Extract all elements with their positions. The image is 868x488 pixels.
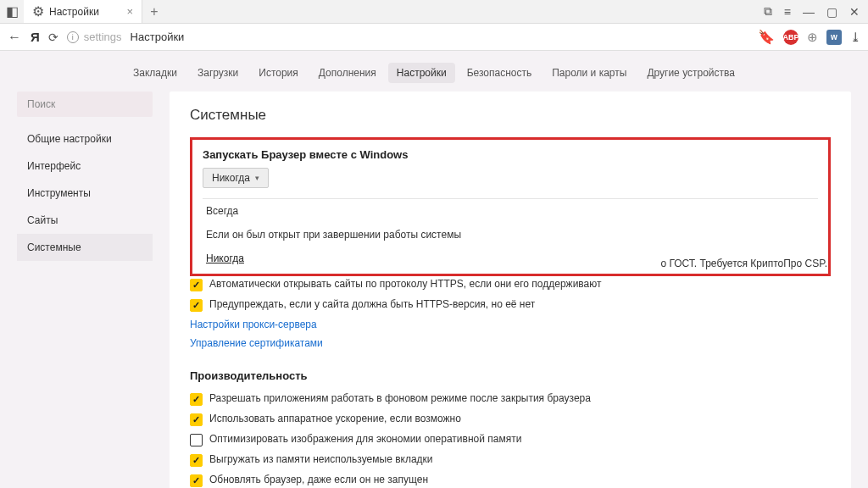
dropdown-option[interactable]: Всегда [203,199,818,223]
close-icon[interactable]: × [126,5,133,18]
dropdown-option[interactable]: Никогда [203,247,818,270]
checkbox-label: Предупреждать, если у сайта должна быть … [209,298,535,310]
download-icon[interactable]: ⤓ [850,30,861,45]
checkbox-label: Оптимизировать изображения для экономии … [209,433,521,445]
reload-button[interactable]: ⟳ [48,30,58,44]
menu-icon[interactable]: ≡ [784,5,791,19]
gear-icon: ⚙ [32,3,44,19]
checkbox[interactable] [190,279,203,291]
tab-downloads[interactable]: Загрузки [189,63,247,83]
checkbox[interactable] [190,454,203,467]
new-tab-button[interactable]: + [142,4,166,19]
copy-icon[interactable]: ⧉ [764,4,772,19]
checkbox[interactable] [190,434,203,446]
address-field[interactable]: i settings Настройки [67,30,749,43]
vk-icon[interactable]: w [826,30,842,45]
sidebar-item-tools[interactable]: Инструменты [17,180,153,207]
tab-title: Настройки [49,6,114,18]
tab-other-devices[interactable]: Другие устройства [638,63,743,83]
checkbox-row: Предупреждать, если у сайта должна быть … [190,295,831,315]
adblock-icon[interactable]: ABP [783,30,798,45]
address-path: settings [84,30,122,43]
checkbox-label: Обновлять браузер, даже если он не запущ… [209,474,428,485]
tab-history[interactable]: История [250,63,307,83]
search-input[interactable]: Поиск [17,92,153,117]
checkbox-row: Обновлять браузер, даже если он не запущ… [190,470,831,488]
checkbox[interactable] [190,413,203,426]
startup-block: Запускать Браузер вместе с Windows Никог… [190,137,831,276]
checkbox-row: Использовать аппаратное ускорение, если … [190,409,831,430]
tab-bookmarks[interactable]: Закладки [125,63,186,83]
maximize-button[interactable]: ▢ [826,5,837,19]
globe-icon[interactable]: ⊕ [807,30,818,45]
checkbox-row: Разрешать приложениям работать в фоновом… [190,389,831,409]
dropdown-list: Всегда Если он был открыт при завершении… [203,198,818,270]
checkbox[interactable] [190,299,203,312]
checkbox-label: Разрешать приложениям работать в фоновом… [209,392,591,404]
performance-heading: Производительность [190,369,831,382]
startup-dropdown[interactable]: Никогда ▾ [203,168,269,188]
titlebar: ◧ ⚙ Настройки × + ⧉ ≡ — ▢ ✕ [0,0,868,24]
sidebar-item-general[interactable]: Общие настройки [17,125,153,152]
tab-addons[interactable]: Дополнения [310,63,385,83]
sidebar-item-interface[interactable]: Интерфейс [17,152,153,180]
window-close-button[interactable]: ✕ [849,5,860,19]
chevron-down-icon: ▾ [255,174,259,182]
main: Поиск Общие настройки Интерфейс Инструме… [0,92,868,488]
content: Системные Запускать Браузер вместе с Win… [170,92,851,488]
certificates-link[interactable]: Управление сертификатами [190,334,831,352]
bookmark-icon[interactable]: 🔖 [758,29,775,45]
panels-icon[interactable]: ◧ [0,3,24,19]
checkbox-label: Выгружать из памяти неиспользуемые вклад… [209,453,433,465]
minimize-button[interactable]: — [803,5,815,19]
sidebar: Поиск Общие настройки Интерфейс Инструме… [17,92,153,488]
site-info-icon[interactable]: i [67,31,79,43]
proxy-link[interactable]: Настройки прокси-сервера [190,315,831,334]
page-title: Системные [190,107,831,124]
checkbox[interactable] [190,393,203,406]
dropdown-value: Никогда [212,172,250,184]
checkbox-row: Выгружать из памяти неиспользуемые вклад… [190,450,831,470]
checkbox-row: Автоматически открывать сайты по протоко… [190,274,831,295]
address-bar: ← Я ⟳ i settings Настройки 🔖 ABP ⊕ w ⤓ [0,24,868,51]
browser-tab[interactable]: ⚙ Настройки × [24,0,142,23]
dropdown-option[interactable]: Если он был открыт при завершении работы… [203,223,818,247]
checkbox[interactable] [190,474,203,487]
startup-heading: Запускать Браузер вместе с Windows [203,148,818,161]
yandex-home-button[interactable]: Я [31,30,40,44]
settings-topnav: Закладки Загрузки История Дополнения Нас… [0,51,868,92]
tab-settings[interactable]: Настройки [388,63,455,83]
sidebar-item-system[interactable]: Системные [17,234,153,261]
checkbox-label: Использовать аппаратное ускорение, если … [209,413,461,424]
tab-security[interactable]: Безопасность [459,63,541,83]
sidebar-item-sites[interactable]: Сайты [17,207,153,234]
address-title: Настройки [131,30,185,43]
tab-passwords[interactable]: Пароли и карты [543,63,635,83]
checkbox-label: Автоматически открывать сайты по протоко… [209,278,601,290]
checkbox-row: Оптимизировать изображения для экономии … [190,430,831,450]
back-button[interactable]: ← [7,30,22,45]
